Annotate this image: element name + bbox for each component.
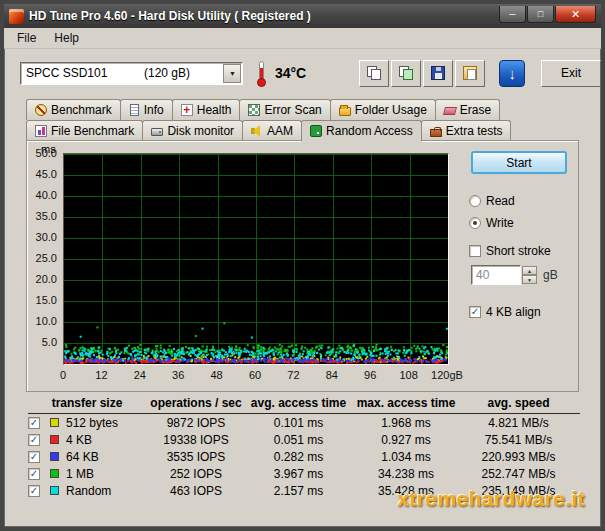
write-label: Write [486,216,514,230]
x-tick-label: 96 [364,369,376,381]
short-stroke-option[interactable]: Short stroke [469,244,573,258]
toolbar-button-group [357,60,485,87]
table-row-4-kb: ✓4 KB19338 IOPS0.051 ms0.927 ms75.541 MB… [28,431,580,448]
page-icon [130,104,139,116]
row-checkbox[interactable]: ✓ [28,417,40,429]
floppy-save-icon [431,66,445,80]
max-access-time: 1.968 ms [351,416,461,430]
update-check-button[interactable]: ↓ [499,60,525,87]
access-time-chart [63,153,449,365]
align-option[interactable]: ✓ 4 KB align [469,305,573,319]
exit-label: Exit [561,66,581,80]
menu-bar: FileHelp [4,28,601,49]
tab-erase[interactable]: Erase [435,99,500,120]
speaker-icon [251,125,263,137]
short-stroke-checkbox[interactable] [469,245,481,257]
tab-label: Health [197,103,232,117]
maximize-button[interactable]: □ [527,6,554,23]
results-table: transfer sizeoperations / secavg. access… [28,396,580,499]
transfer-size-label: 1 MB [66,467,146,481]
chevron-down-icon[interactable]: ▼ [223,64,241,83]
row-checkbox[interactable]: ✓ [28,451,40,463]
series-color-swatch [50,435,59,444]
column-header-max-access-time: max. access time [351,396,461,410]
column-header-avg-speed: avg. speed [461,396,576,410]
table-row-512-bytes: ✓512 bytes9872 IOPS0.101 ms1.968 ms4.821… [28,414,580,431]
read-option[interactable]: Read [469,194,573,208]
tab-extra-tests[interactable]: Extra tests [421,120,512,141]
transfer-size-label: 4 KB [66,433,146,447]
exit-button[interactable]: Exit [541,60,601,87]
spin-down-icon[interactable]: ▼ [522,275,537,284]
align-checkbox[interactable]: ✓ [469,306,481,318]
test-controls: Start Read Write Short stroke 40 ▲ ▼ gB [469,151,573,319]
report-button[interactable] [455,60,485,87]
close-button[interactable]: ✕ [555,6,596,23]
tab-label: Info [144,103,164,117]
operations-per-sec: 9872 IOPS [146,416,246,430]
column-header-transfer-size: transfer size [28,396,146,410]
copy-screenshot-button[interactable] [359,60,389,87]
x-tick-label: 60 [249,369,261,381]
tab-info[interactable]: Info [120,99,173,120]
read-label: Read [486,194,515,208]
thermometer-bulb [257,78,266,87]
write-radio[interactable] [469,217,481,229]
series-color-swatch [50,452,59,461]
copy-pages-green-icon [399,66,414,80]
drive-name: SPCC SSD101 [26,66,144,80]
spin-up-icon[interactable]: ▲ [522,266,537,275]
x-tick-label: 108 [399,369,417,381]
row-checkbox[interactable]: ✓ [28,485,40,497]
tab-disk-monitor[interactable]: Disk monitor [142,120,243,141]
stroke-size-input[interactable]: 40 [471,265,521,285]
y-tick-label: 10.0 [36,315,57,327]
window-title: HD Tune Pro 4.60 - Hard Disk Utility ( R… [29,9,311,23]
save-screenshot-button[interactable] [423,60,453,87]
write-option[interactable]: Write [469,216,573,230]
table-row-64-kb: ✓64 KB3535 IOPS0.282 ms1.034 ms220.993 M… [28,448,580,465]
drive-select[interactable]: SPCC SSD101 (120 gB) ▼ [20,62,243,85]
tab-folder-usage[interactable]: Folder Usage [330,99,436,120]
avg-access-time: 0.282 ms [246,450,351,464]
avg-access-time: 0.051 ms [246,433,351,447]
app-icon [9,9,24,24]
avg-speed: 4.821 MB/s [461,416,576,430]
tab-file-benchmark[interactable]: File Benchmark [26,120,143,141]
minimize-button[interactable]: ─ [499,6,526,23]
tab-strip: BenchmarkInfoHealthError ScanFolder Usag… [26,99,579,141]
tab-row-2: File BenchmarkDisk monitorAAMRandom Acce… [26,120,579,141]
tab-health[interactable]: Health [172,99,241,120]
stroke-size-stepper: ▲ ▼ [522,266,537,284]
tab-label: Disk monitor [167,124,234,138]
column-header-operations-sec: operations / sec [146,396,246,410]
y-tick-label: 5.0 [42,336,57,348]
short-stroke-label: Short stroke [486,244,551,258]
folder-icon [339,107,351,116]
tab-random-access[interactable]: Random Access [301,120,422,141]
tab-label: Folder Usage [355,103,427,117]
dice-icon [310,125,322,137]
toolbox-icon [430,129,442,137]
tab-aam[interactable]: AAM [242,120,302,141]
start-button[interactable]: Start [471,151,567,174]
tab-benchmark[interactable]: Benchmark [26,99,121,120]
menu-file[interactable]: File [8,29,45,47]
copy-text-button[interactable] [391,60,421,87]
row-checkbox[interactable]: ✓ [28,468,40,480]
download-arrow-icon: ↓ [508,65,516,82]
read-radio[interactable] [469,195,481,207]
operations-per-sec: 252 IOPS [146,467,246,481]
row-checkbox[interactable]: ✓ [28,434,40,446]
avg-speed: 220.993 MB/s [461,450,576,464]
filebench-icon [35,125,47,137]
tab-label: AAM [267,124,293,138]
drive-size: (120 gB) [144,66,190,80]
drive-select-value: SPCC SSD101 (120 gB) [21,66,223,80]
x-tick-label: 48 [210,369,222,381]
table-row-1-mb: ✓1 MB252 IOPS3.967 ms34.238 ms252.747 MB… [28,465,580,482]
tab-label: Erase [460,103,491,117]
x-tick-label: 0 [60,369,66,381]
tab-error-scan[interactable]: Error Scan [239,99,330,120]
menu-help[interactable]: Help [45,29,88,47]
